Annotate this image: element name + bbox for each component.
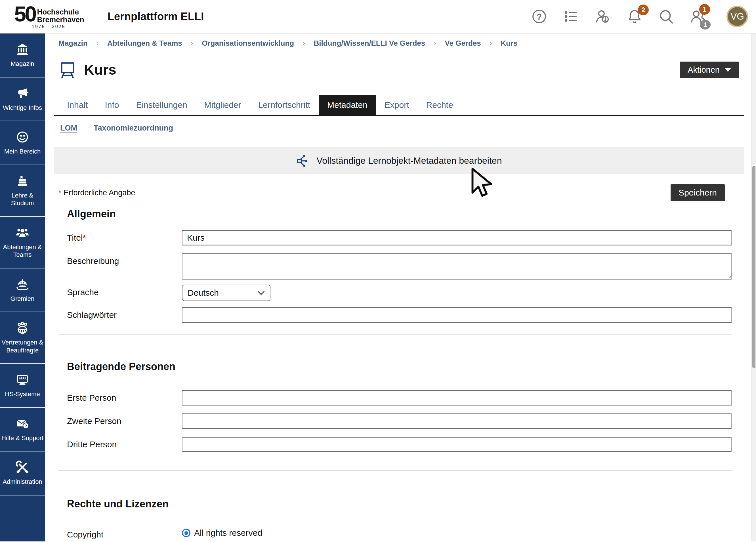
sprache-label: Sprache xyxy=(67,285,182,297)
sidebar-item-label: Mein Bereich xyxy=(4,148,41,156)
sidebar-item-label: Hilfe & Support xyxy=(1,434,43,442)
breadcrumb-item[interactable]: Abteilungen & Teams xyxy=(107,39,182,48)
scrollbar-thumb[interactable] xyxy=(752,166,755,368)
breadcrumb-item[interactable]: Kurs xyxy=(501,39,517,48)
breadcrumb: Magazin › Abteilungen & Teams › Organisa… xyxy=(54,33,744,53)
sidebar-item-hs-systeme[interactable]: ✱✱✱ HS-Systeme xyxy=(0,364,45,408)
university-logo: 50 Hochschule Bremerhaven 1975 - 2025 xyxy=(14,4,84,29)
caret-down-icon xyxy=(725,68,731,72)
search-icon[interactable] xyxy=(658,9,674,24)
tab-rechte[interactable]: Rechte xyxy=(418,95,462,115)
smiley-icon xyxy=(16,130,29,144)
sidebar-item-abteilungen-teams[interactable]: Abteilungen & Teams xyxy=(0,217,45,268)
erste-person-label: Erste Person xyxy=(67,390,182,403)
copyright-radio-selected[interactable] xyxy=(182,529,190,537)
mail-question-icon: ? xyxy=(16,417,29,430)
logo-line2: Bremerhaven xyxy=(37,16,84,24)
monitor-icon: ✱✱✱ xyxy=(16,373,29,386)
tab-export[interactable]: Export xyxy=(376,95,418,115)
section-rechte: Rechte und Lizenzen xyxy=(67,498,744,510)
sidebar-item-vertretungen[interactable]: Vertretungen & Beauftragte xyxy=(0,312,45,364)
sprache-selected-value: Deutsch xyxy=(188,288,219,298)
contacts-badge-new: 1 xyxy=(699,4,710,15)
sidebar-item-label: Abteilungen & Teams xyxy=(1,243,44,259)
section-divider xyxy=(58,470,732,471)
required-hint: * Erforderliche Angabe xyxy=(58,188,135,197)
sidebar-item-label: Lehre & Studium xyxy=(1,192,44,207)
subtab-bar: LOM Taxonomiezuordnung xyxy=(54,124,744,133)
sidebar-item-label: Vertretungen & Beauftragte xyxy=(1,339,44,354)
copyright-label: Copyright xyxy=(67,527,182,539)
sidebar-item-label: Magazin xyxy=(11,60,34,68)
save-button[interactable]: Speichern xyxy=(671,184,725,201)
subtab-taxonomiezuordnung[interactable]: Taxonomiezuordnung xyxy=(94,124,173,133)
user-avatar[interactable]: VG xyxy=(726,6,748,27)
share-nodes-icon xyxy=(296,154,309,167)
schlagwoerter-input[interactable] xyxy=(182,307,732,323)
copyright-option-label: All rights reserved xyxy=(194,528,262,538)
tab-inhalt[interactable]: Inhalt xyxy=(58,95,96,115)
breadcrumb-item[interactable]: Bildung/Wissen/ELLI Ve Gerdes xyxy=(314,39,425,48)
sprache-select[interactable]: Deutsch xyxy=(182,285,270,301)
dritte-person-input[interactable] xyxy=(182,437,732,452)
erste-person-input[interactable] xyxy=(182,390,732,406)
required-asterisk: * xyxy=(83,233,86,242)
titel-input[interactable] xyxy=(182,230,732,245)
sidebar-item-label: Administration xyxy=(3,478,42,486)
sidebar-item-gremien[interactable]: Gremien xyxy=(0,268,45,312)
globe-people-icon xyxy=(16,321,29,335)
tools-icon xyxy=(16,461,29,474)
course-easel-icon xyxy=(58,61,77,79)
sidebar-item-magazin[interactable]: Magazin xyxy=(0,33,45,77)
actions-button[interactable]: Aktionen xyxy=(680,62,739,78)
sidebar-item-mein-bereich[interactable]: Mein Bereich xyxy=(0,121,45,165)
chevron-right-icon: › xyxy=(303,39,305,48)
breadcrumb-item[interactable]: Organisationsentwicklung xyxy=(202,39,294,48)
main-sidebar: Magazin Wichtige Infos Me xyxy=(0,33,45,541)
breadcrumb-item[interactable]: Magazin xyxy=(58,39,88,48)
sidebar-item-wichtige-infos[interactable]: Wichtige Infos xyxy=(0,77,45,121)
svg-text:✱✱✱: ✱✱✱ xyxy=(19,376,26,379)
zweite-person-input[interactable] xyxy=(182,413,732,429)
tab-info[interactable]: Info xyxy=(96,95,127,115)
contacts-badge-total: 1 xyxy=(700,20,711,30)
chevron-right-icon: › xyxy=(434,39,436,48)
main-content: Magazin › Abteilungen & Teams › Organisa… xyxy=(45,33,751,541)
section-divider xyxy=(58,334,732,335)
tab-bar: Inhalt Info Einstellungen Mitglieder Ler… xyxy=(54,95,744,116)
tab-metadaten[interactable]: Metadaten xyxy=(319,95,376,115)
sidebar-item-hilfe-support[interactable]: ? Hilfe & Support xyxy=(0,408,45,452)
todo-list-icon[interactable] xyxy=(563,9,579,24)
app-title: Lernplattform ELLI xyxy=(108,10,204,23)
logo-line1: Hochschule xyxy=(37,8,84,16)
notification-bell-icon[interactable]: 2 xyxy=(627,9,642,24)
tab-mitglieder[interactable]: Mitglieder xyxy=(196,95,250,115)
schlagwoerter-label: Schlagwörter xyxy=(67,307,182,320)
vertical-scrollbar[interactable] xyxy=(751,33,756,541)
section-beitragende: Beitragende Personen xyxy=(67,361,744,373)
books-icon xyxy=(16,174,29,188)
logo-years: 1975 - 2025 xyxy=(32,24,84,29)
sidebar-item-label: HS-Systeme xyxy=(5,390,40,398)
beschreibung-textarea[interactable] xyxy=(182,253,732,280)
subtab-lom[interactable]: LOM xyxy=(60,124,77,133)
page-title: Kurs xyxy=(84,62,116,78)
megaphone-icon xyxy=(16,87,29,100)
radio-dot xyxy=(184,531,188,535)
tab-lernfortschritt[interactable]: Lernfortschritt xyxy=(250,95,319,115)
sidebar-item-lehre-studium[interactable]: Lehre & Studium xyxy=(0,165,45,217)
help-icon[interactable]: ? xyxy=(531,9,547,24)
breadcrumb-item[interactable]: Ve Gerdes xyxy=(445,39,481,48)
sidebar-item-administration[interactable]: Administration xyxy=(0,451,45,495)
sidebar-item-label: Gremien xyxy=(11,295,34,303)
tab-einstellungen[interactable]: Einstellungen xyxy=(127,95,196,115)
awareness-person-icon[interactable] xyxy=(595,9,611,24)
chevron-right-icon: › xyxy=(96,39,99,48)
bell-badge: 2 xyxy=(638,5,649,15)
section-allgemein: Allgemein xyxy=(67,208,744,220)
edit-full-metadata-banner[interactable]: Vollständige Lernobjekt-Metadaten bearbe… xyxy=(54,147,744,174)
titel-label: Titel* xyxy=(67,230,182,243)
contacts-icon[interactable]: 1 1 xyxy=(690,9,706,24)
zweite-person-label: Zweite Person xyxy=(67,413,182,426)
committee-icon xyxy=(16,278,29,291)
